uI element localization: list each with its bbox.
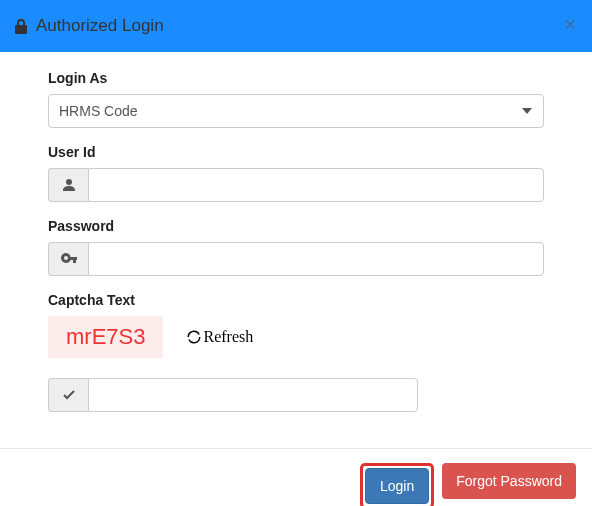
- dialog-footer: Login Forgot Password: [0, 448, 592, 506]
- login-as-group: Login As HRMS Code: [48, 70, 544, 128]
- key-icon: [48, 242, 88, 276]
- password-input[interactable]: [88, 242, 544, 276]
- password-group: Password: [48, 218, 544, 276]
- refresh-label: Refresh: [203, 328, 253, 346]
- login-as-select[interactable]: HRMS Code: [48, 94, 544, 128]
- dialog-title: Authorized Login: [36, 16, 164, 36]
- user-id-label: User Id: [48, 144, 544, 160]
- login-as-label: Login As: [48, 70, 544, 86]
- dialog-title-wrap: Authorized Login: [14, 16, 164, 36]
- captcha-input[interactable]: [88, 378, 418, 412]
- captcha-image: mrE7S3: [48, 316, 163, 358]
- dialog-body: Login As HRMS Code User Id Password: [0, 52, 592, 448]
- password-label: Password: [48, 218, 544, 234]
- user-id-group: User Id: [48, 144, 544, 202]
- login-as-select-wrap: HRMS Code: [48, 94, 544, 128]
- user-icon: [48, 168, 88, 202]
- captcha-row: mrE7S3 Refresh: [48, 316, 544, 358]
- check-icon: [48, 378, 88, 412]
- close-icon[interactable]: ×: [564, 14, 576, 34]
- user-id-input[interactable]: [88, 168, 544, 202]
- user-id-input-group: [48, 168, 544, 202]
- password-input-group: [48, 242, 544, 276]
- refresh-captcha-link[interactable]: Refresh: [187, 328, 253, 346]
- captcha-input-group: [48, 378, 418, 412]
- refresh-icon: [187, 330, 201, 344]
- login-button[interactable]: Login: [365, 468, 429, 504]
- captcha-group: Captcha Text mrE7S3 Refresh: [48, 292, 544, 412]
- captcha-label: Captcha Text: [48, 292, 544, 308]
- login-button-highlight: Login: [360, 463, 434, 506]
- dialog-header: Authorized Login ×: [0, 0, 592, 52]
- forgot-password-button[interactable]: Forgot Password: [442, 463, 576, 499]
- lock-icon: [14, 18, 28, 34]
